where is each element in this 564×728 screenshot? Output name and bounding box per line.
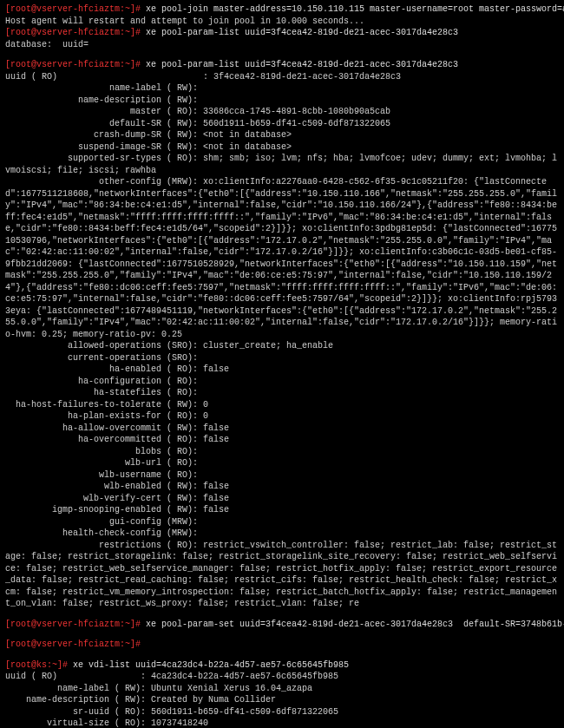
output-line: wlb-username ( RO): (5, 469, 559, 482)
command-line: [root@vserver-hfciaztm:~]# xe pool-param… (5, 27, 559, 39)
output-line: sr-uuid ( RO): 560d1911-b659-df41-c509-6… (5, 706, 559, 718)
output-text: ha-plan-exists-for ( RO): 0 (5, 411, 208, 421)
terminal[interactable]: [root@vserver-hfciaztm:~]# xe pool-join … (0, 0, 564, 728)
output-line: igmp-snooping-enabled ( RW): false (5, 504, 559, 516)
output-text: allowed-operations (SRO): cluster_create… (5, 341, 333, 351)
command-line: [root@vserver-hfciaztm:~]# xe pool-join … (5, 3, 559, 16)
shell-prompt: [root@vserver-hfciaztm:~]# (5, 4, 141, 14)
command-line: [root@vserver-hfciaztm:~]# xe pool-param… (5, 619, 559, 631)
output-text: wlb-enabled ( RW): false (5, 482, 229, 491)
command-text: xe pool-join master-address=10.150.110.1… (141, 4, 564, 14)
output-text: ha-overcommitted ( RO): false (5, 435, 229, 444)
command-line: [root@ks:~]# xe vdi-list uuid=4ca23dc4-b… (5, 659, 559, 672)
shell-prompt: [root@vserver-hfciaztm:~]# (5, 60, 141, 69)
output-line: allowed-operations (SRO): cluster_create… (5, 340, 559, 352)
output-text: database: uuid= (5, 40, 89, 49)
output-text: gui-config (MRW): (5, 517, 198, 527)
command-line: [root@vserver-hfciaztm:~]# (5, 639, 559, 651)
output-text: wlb-url ( RO): (5, 458, 198, 468)
output-line: current-operations (SRO): (5, 352, 559, 364)
output-line: other-config (MRW): xo:clientInfo:a2276a… (5, 176, 559, 340)
output-line: suspend-image-SR ( RW): <not in database… (5, 141, 559, 154)
output-line: name-label ( RW): Ubuntu Xenial Xerus 16… (5, 683, 559, 695)
output-text: crash-dump-SR ( RW): <not in database> (5, 130, 292, 140)
output-text: restrictions ( RO): restrict_vswitch_con… (5, 541, 557, 609)
shell-prompt: [root@vserver-hfciaztm:~]# (5, 28, 141, 37)
output-text: uuid ( RO) : 3f4cea42-819d-de21-acec-301… (5, 72, 401, 82)
output-line: uuid ( RO) : 3f4cea42-819d-de21-acec-301… (5, 71, 559, 83)
output-line: wlb-url ( RO): (5, 457, 559, 469)
output-text: current-operations (SRO): (5, 353, 198, 363)
output-line: default-SR ( RW): 560d1911-b659-df41-c50… (5, 118, 559, 130)
blank-line (5, 610, 559, 619)
output-line: ha-statefiles ( RO): (5, 387, 559, 399)
output-text: health-check-config (MRW): (5, 528, 198, 538)
output-line: ha-host-failures-to-tolerate ( RW): 0 (5, 399, 559, 411)
shell-prompt: [root@vserver-hfciaztm:~]# (5, 620, 141, 629)
output-line: wlb-verify-cert ( RW): false (5, 493, 559, 505)
output-text: ha-allow-overcommit ( RW): false (5, 423, 229, 433)
output-text: ha-host-failures-to-tolerate ( RW): 0 (5, 400, 208, 410)
output-text: other-config (MRW): xo:clientInfo:a2276a… (5, 177, 557, 339)
output-line: name-description ( RW): Created by Numa … (5, 694, 559, 706)
output-text: blobs ( RO): (5, 447, 198, 456)
output-text: wlb-username ( RO): (5, 470, 198, 480)
output-line: health-check-config (MRW): (5, 528, 559, 540)
blank-line (5, 651, 559, 659)
output-text: name-label ( RW): (5, 83, 198, 93)
output-text: suspend-image-SR ( RW): <not in database… (5, 142, 292, 152)
output-text: supported-sr-types ( RO): shm; smb; iso;… (5, 154, 557, 175)
output-text: name-label ( RW): Ubuntu Xenial Xerus 16… (5, 684, 312, 693)
command-line: [root@vserver-hfciaztm:~]# xe pool-param… (5, 59, 559, 71)
output-text: name-description ( RW): (5, 95, 198, 105)
output-text: ha-enabled ( RO): false (5, 364, 229, 374)
command-text: xe pool-param-set uuid=3f4cea42-819d-de2… (141, 620, 564, 629)
output-line: restrictions ( RO): restrict_vswitch_con… (5, 540, 559, 610)
output-line: Host agent will restart and attempt to j… (5, 16, 559, 28)
output-text: ha-configuration ( RO): (5, 377, 198, 386)
output-line: name-label ( RW): (5, 82, 559, 95)
blank-line (5, 630, 559, 639)
command-text: xe vdi-list uuid=4ca23dc4-b22a-4d57-ae57… (68, 660, 349, 670)
output-line: uuid ( RO) : 4ca23dc4-b22a-4d57-ae57-6c6… (5, 671, 559, 683)
output-line: ha-configuration ( RO): (5, 376, 559, 388)
output-text: virtual-size ( RO): 10737418240 (5, 718, 208, 728)
output-line: ha-overcommitted ( RO): false (5, 434, 559, 446)
output-line: master ( RO): 33686cca-1745-4891-8cbb-10… (5, 106, 559, 118)
output-line: blobs ( RO): (5, 446, 559, 458)
output-line: ha-plan-exists-for ( RO): 0 (5, 410, 559, 423)
output-line: ha-enabled ( RO): false (5, 364, 559, 376)
command-text: xe pool-param-list uuid=3f4cea42-819d-de… (141, 28, 458, 37)
output-text: Host agent will restart and attempt to j… (5, 16, 364, 26)
output-line: ha-allow-overcommit ( RW): false (5, 423, 559, 435)
output-text: igmp-snooping-enabled ( RW): false (5, 505, 229, 515)
command-text: xe pool-param-list uuid=3f4cea42-819d-de… (141, 60, 458, 69)
output-text: default-SR ( RW): 560d1911-b659-df41-c50… (5, 119, 390, 128)
output-text: sr-uuid ( RO): 560d1911-b659-df41-c509-6… (5, 707, 338, 717)
output-line: database: uuid= (5, 39, 559, 51)
output-line: name-description ( RW): (5, 95, 559, 107)
output-text: name-description ( RW): Created by Numa … (5, 695, 276, 705)
output-line: gui-config (MRW): (5, 516, 559, 528)
shell-prompt: [root@vserver-hfciaztm:~]# (5, 639, 141, 649)
output-line: virtual-size ( RO): 10737418240 (5, 718, 559, 728)
output-line: supported-sr-types ( RO): shm; smb; iso;… (5, 153, 559, 176)
output-line: crash-dump-SR ( RW): <not in database> (5, 129, 559, 141)
shell-prompt: [root@ks:~]# (5, 660, 68, 670)
output-text: uuid ( RO) : 4ca23dc4-b22a-4d57-ae57-6c6… (5, 672, 338, 681)
output-text: wlb-verify-cert ( RW): false (5, 494, 229, 503)
blank-line (5, 50, 559, 59)
command-text (141, 639, 146, 649)
output-line: wlb-enabled ( RW): false (5, 481, 559, 493)
output-text: master ( RO): 33686cca-1745-4891-8cbb-10… (5, 107, 390, 116)
output-text: ha-statefiles ( RO): (5, 388, 198, 397)
